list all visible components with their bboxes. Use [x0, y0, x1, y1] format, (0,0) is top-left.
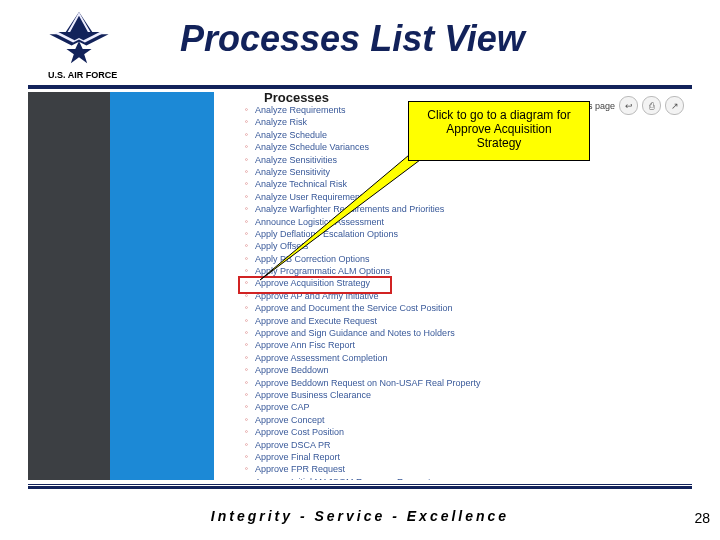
process-list-item-label: Analyze Risk — [255, 116, 307, 128]
app-leftbar — [28, 92, 110, 480]
process-list-item[interactable]: ◦Approve Final Report — [244, 451, 692, 463]
process-list-item[interactable]: ◦Approve and Execute Request — [244, 315, 692, 327]
process-list-item-label: Approve Ann Fisc Report — [255, 339, 355, 351]
process-list-item[interactable]: ◦Approve Initial MAJCOM Resource Request — [244, 476, 692, 480]
page-number: 28 — [694, 510, 710, 526]
process-list-item[interactable]: ◦Approve Ann Fisc Report — [244, 339, 692, 351]
bullet-icon: ◦ — [244, 203, 249, 215]
process-list-item[interactable]: ◦Approve AP and Army Initiative — [244, 290, 692, 302]
process-list-item-label: Approve Beddown Request on Non-USAF Real… — [255, 377, 481, 389]
app-nav-panel — [110, 92, 214, 480]
bullet-icon: ◦ — [244, 104, 249, 116]
process-list-item[interactable]: ◦Approve and Sign Guidance and Notes to … — [244, 327, 692, 339]
process-list-item-label: Apply PB Correction Options — [255, 253, 370, 265]
process-list-item[interactable]: ◦Analyze User Requirements — [244, 191, 692, 203]
bullet-icon: ◦ — [244, 154, 249, 166]
process-list-item[interactable]: ◦Announce Logistics Assessment — [244, 216, 692, 228]
screenshot: Processes ent of this page ↩ ⎙ ↗ ◦Analyz… — [28, 92, 692, 480]
bullet-icon: ◦ — [244, 377, 249, 389]
process-list-item[interactable]: ◦Approve Beddown Request on Non-USAF Rea… — [244, 377, 692, 389]
process-list-item[interactable]: ◦Apply Offsets — [244, 240, 692, 252]
process-list-item-label: Approve CAP — [255, 401, 310, 413]
bullet-icon: ◦ — [244, 315, 249, 327]
slide: Processes List View U.S. AIR FORCE Proce… — [0, 0, 720, 540]
brand-label: U.S. AIR FORCE — [48, 70, 117, 80]
process-list-item[interactable]: ◦Approve Concept — [244, 414, 692, 426]
process-list-item-label: Approve Beddown — [255, 364, 329, 376]
process-list-item[interactable]: ◦Analyze Technical Risk — [244, 178, 692, 190]
bullet-icon: ◦ — [244, 414, 249, 426]
process-list-item[interactable]: ◦Analyze Warfighter Requirements and Pri… — [244, 203, 692, 215]
bullet-icon: ◦ — [244, 178, 249, 190]
process-list-item-label: Approve Cost Position — [255, 426, 344, 438]
process-list-item-label: Approve Concept — [255, 414, 325, 426]
bullet-icon: ◦ — [244, 339, 249, 351]
process-list-item-label: Analyze Requirements — [255, 104, 346, 116]
bullet-icon: ◦ — [244, 290, 249, 302]
process-list-item[interactable]: ◦Approve CAP — [244, 401, 692, 413]
process-list-item[interactable]: ◦Approve Beddown — [244, 364, 692, 376]
process-list-item-label: Analyze Warfighter Requirements and Prio… — [255, 203, 444, 215]
callout-line1: Click to go to a diagram for — [415, 108, 583, 122]
bullet-icon: ◦ — [244, 439, 249, 451]
process-list-item-label: Analyze Sensitivity — [255, 166, 330, 178]
process-list-item[interactable]: ◦Apply Deflation / Escalation Options — [244, 228, 692, 240]
process-list-item-label: Analyze Technical Risk — [255, 178, 347, 190]
bullet-icon: ◦ — [244, 364, 249, 376]
process-list-item-label: Approve Assessment Completion — [255, 352, 388, 364]
bullet-icon: ◦ — [244, 327, 249, 339]
process-list-item-label: Analyze Sensitivities — [255, 154, 337, 166]
bullet-icon: ◦ — [244, 476, 249, 480]
bullet-icon: ◦ — [244, 166, 249, 178]
callout-bubble: Click to go to a diagram for Approve Acq… — [408, 101, 590, 161]
process-list-item[interactable]: ◦Approve Acquisition Strategy — [244, 277, 692, 289]
bullet-icon: ◦ — [244, 216, 249, 228]
callout-line2: Approve Acquisition — [415, 122, 583, 136]
process-list-item-label: Apply Offsets — [255, 240, 308, 252]
bullet-icon: ◦ — [244, 302, 249, 314]
bullet-icon: ◦ — [244, 129, 249, 141]
process-list-item[interactable]: ◦Approve Cost Position — [244, 426, 692, 438]
process-list-item[interactable]: ◦Apply PB Correction Options — [244, 253, 692, 265]
process-list-item-label: Analyze Schedule Variances — [255, 141, 369, 153]
process-list-item[interactable]: ◦Approve FPR Request — [244, 463, 692, 475]
bullet-icon: ◦ — [244, 352, 249, 364]
bullet-icon: ◦ — [244, 116, 249, 128]
process-list-item-label: Announce Logistics Assessment — [255, 216, 384, 228]
process-list-item-label: Approve and Document the Service Cost Po… — [255, 302, 453, 314]
bullet-icon: ◦ — [244, 141, 249, 153]
header-rule — [28, 85, 692, 89]
bullet-icon: ◦ — [244, 265, 249, 277]
process-list-item-label: Approve AP and Army Initiative — [255, 290, 378, 302]
process-list-item[interactable]: ◦Approve DSCA PR — [244, 439, 692, 451]
bullet-icon: ◦ — [244, 253, 249, 265]
process-list-item[interactable]: ◦Approve Business Clearance — [244, 389, 692, 401]
process-list-item-label: Approve Initial MAJCOM Resource Request — [255, 476, 431, 480]
process-list-item[interactable]: ◦Apply Programmatic ALM Options — [244, 265, 692, 277]
bullet-icon: ◦ — [244, 401, 249, 413]
footer-rule — [28, 486, 692, 489]
process-list-item-label: Approve FPR Request — [255, 463, 345, 475]
process-list-item-label: Approve Acquisition Strategy — [255, 277, 370, 289]
footer-motto: Integrity - Service - Excellence — [0, 508, 720, 524]
bullet-icon: ◦ — [244, 277, 249, 289]
process-list-item[interactable]: ◦Analyze Sensitivity — [244, 166, 692, 178]
bullet-icon: ◦ — [244, 463, 249, 475]
process-list-item-label: Approve Final Report — [255, 451, 340, 463]
process-list-item-label: Apply Deflation / Escalation Options — [255, 228, 398, 240]
airforce-logo-icon — [42, 8, 116, 68]
bullet-icon: ◦ — [244, 240, 249, 252]
callout-line3: Strategy — [415, 136, 583, 150]
slide-header: Processes List View U.S. AIR FORCE — [0, 0, 720, 88]
process-list-item-label: Analyze User Requirements — [255, 191, 367, 203]
process-list-item[interactable]: ◦Approve and Document the Service Cost P… — [244, 302, 692, 314]
bullet-icon: ◦ — [244, 426, 249, 438]
bullet-icon: ◦ — [244, 191, 249, 203]
process-list-item[interactable]: ◦Approve Assessment Completion — [244, 352, 692, 364]
process-list-item-label: Apply Programmatic ALM Options — [255, 265, 390, 277]
bullet-icon: ◦ — [244, 389, 249, 401]
process-list-item-label: Approve and Execute Request — [255, 315, 377, 327]
process-list-item-label: Approve DSCA PR — [255, 439, 331, 451]
bullet-icon: ◦ — [244, 228, 249, 240]
process-list-item-label: Approve Business Clearance — [255, 389, 371, 401]
